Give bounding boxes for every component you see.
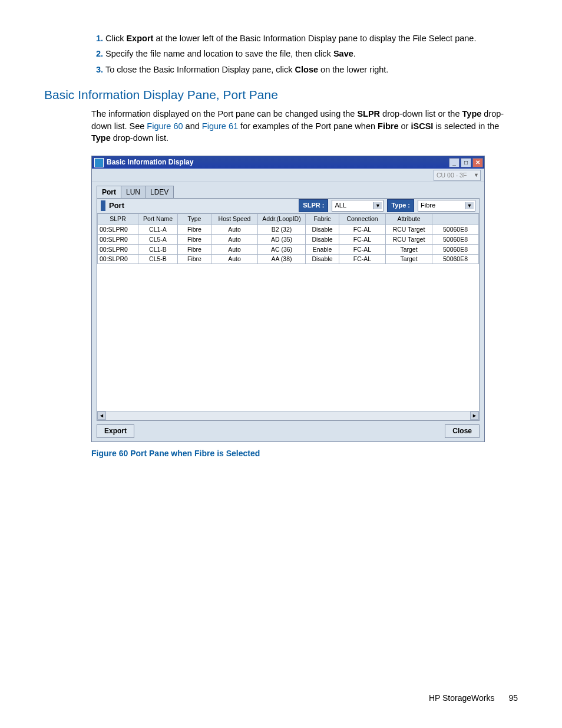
table-cell: Target [386, 245, 432, 255]
table-row[interactable]: 00:SLPR0CL5-BFibreAutoAA (38)DisableFC-A… [98, 254, 479, 264]
tab-lun[interactable]: LUN [121, 186, 146, 199]
table-cell: Auto [211, 245, 258, 255]
table-cell: Fibre [178, 254, 211, 264]
scroll-left-button[interactable]: ◄ [97, 411, 106, 420]
scroll-right-button[interactable]: ► [470, 411, 479, 420]
chevron-down-icon: ▼ [465, 202, 474, 210]
table-cell: FC-AL [339, 245, 386, 255]
table-cell: RCU Target [386, 235, 432, 245]
step-3: To close the Basic Information Display p… [105, 64, 512, 75]
table-cell: Fibre [178, 235, 211, 245]
table-cell: Auto [211, 225, 258, 235]
close-window-button[interactable]: ✕ [472, 158, 483, 167]
table-cell: 50060E8 [432, 254, 479, 264]
pane-marker-icon [101, 200, 105, 211]
tab-ldev[interactable]: LDEV [145, 186, 174, 199]
section-paragraph: The information displayed on the Port pa… [91, 108, 512, 144]
link-figure-61[interactable]: Figure 61 [202, 121, 238, 131]
chevron-down-icon: ▼ [373, 202, 382, 210]
table-cell: 50060E8 [432, 245, 479, 255]
pane-title: Port [109, 200, 124, 211]
link-figure-60[interactable]: Figure 60 [147, 121, 183, 131]
table-cell: Fibre [178, 245, 211, 255]
figure-caption: Figure 60 Port Pane when Fibre is Select… [91, 448, 512, 460]
slpr-label: SLPR : [299, 199, 328, 212]
table-cell: 00:SLPR0 [98, 235, 138, 245]
col-fabric[interactable]: Fabric [306, 213, 339, 225]
table-cell: CL1-B [138, 245, 178, 255]
col-attribute[interactable]: Attribute [386, 213, 432, 225]
cu-dropdown[interactable]: CU 00 - 3F▼ [434, 170, 481, 181]
table-cell: FC-AL [339, 235, 386, 245]
table-cell: AC (36) [258, 245, 306, 255]
table-cell: 50060E8 [432, 235, 479, 245]
section-heading: Basic Information Display Pane, Port Pan… [44, 86, 518, 103]
table-cell: CL5-A [138, 235, 178, 245]
table-cell: FC-AL [339, 254, 386, 264]
table-cell: CL1-A [138, 225, 178, 235]
close-button[interactable]: Close [445, 424, 480, 438]
horizontal-scrollbar[interactable]: ◄ ► [97, 411, 479, 420]
col-addr[interactable]: Addr.(LoopID) [258, 213, 306, 225]
footer-text: HP StorageWorks [429, 693, 495, 704]
tab-port[interactable]: Port [97, 186, 121, 199]
table-cell: Auto [211, 235, 258, 245]
chevron-down-icon: ▼ [474, 172, 479, 179]
app-icon [94, 158, 104, 167]
table-cell: 00:SLPR0 [98, 254, 138, 264]
col-type[interactable]: Type [178, 213, 211, 225]
step-2: Specify the file name and location to sa… [105, 48, 512, 60]
table-cell: Fibre [178, 225, 211, 235]
screenshot-window: Basic Information Display _ □ ✕ CU 00 - … [91, 156, 485, 442]
table-cell: 00:SLPR0 [98, 225, 138, 235]
type-dropdown[interactable]: Fibre▼ [418, 200, 475, 212]
table-cell: Enable [306, 245, 339, 255]
minimize-button[interactable]: _ [449, 158, 459, 167]
col-extra[interactable] [432, 213, 479, 225]
table-cell: Disable [306, 235, 339, 245]
table-cell: Disable [306, 225, 339, 235]
window-title: Basic Information Display [107, 157, 193, 167]
table-cell: 00:SLPR0 [98, 245, 138, 255]
table-cell: FC-AL [339, 225, 386, 235]
col-slpr[interactable]: SLPR [98, 213, 138, 225]
step-1: Click Export at the lower left of the Ba… [105, 32, 512, 44]
table-row[interactable]: 00:SLPR0CL1-AFibreAutoB2 (32)DisableFC-A… [98, 225, 479, 235]
type-label: Type : [387, 199, 414, 212]
col-host-speed[interactable]: Host Speed [211, 213, 258, 225]
page-number: 95 [508, 693, 518, 704]
table-cell: Auto [211, 254, 258, 264]
table-cell: Target [386, 254, 432, 264]
export-button[interactable]: Export [97, 424, 134, 438]
maximize-button[interactable]: □ [461, 158, 471, 167]
port-table: SLPR Port Name Type Host Speed Addr.(Loo… [97, 213, 479, 264]
table-cell: AA (38) [258, 254, 306, 264]
table-row[interactable]: 00:SLPR0CL1-BFibreAutoAC (36)EnableFC-AL… [98, 245, 479, 255]
table-cell: Disable [306, 254, 339, 264]
table-cell: B2 (32) [258, 225, 306, 235]
table-cell: 50060E8 [432, 225, 479, 235]
table-cell: RCU Target [386, 225, 432, 235]
col-connection[interactable]: Connection [339, 213, 386, 225]
col-port-name[interactable]: Port Name [138, 213, 178, 225]
table-cell: CL5-B [138, 254, 178, 264]
table-row[interactable]: 00:SLPR0CL5-AFibreAutoAD (35)DisableFC-A… [98, 235, 479, 245]
table-cell: AD (35) [258, 235, 306, 245]
slpr-dropdown[interactable]: ALL▼ [332, 200, 384, 212]
